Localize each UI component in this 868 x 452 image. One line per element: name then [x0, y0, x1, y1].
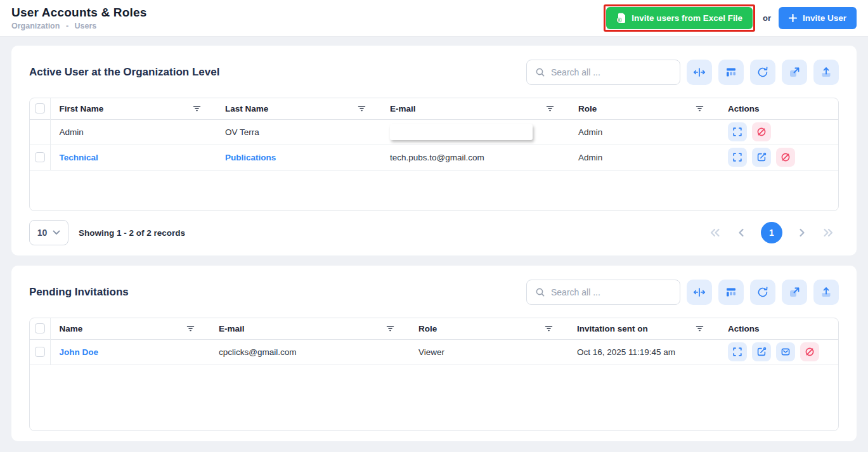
redacted-email [390, 124, 533, 140]
cell-email: tech.pubs.to@gmail.com [381, 145, 569, 170]
export-upload-button[interactable] [813, 60, 839, 85]
active-users-title: Active User at the Organization Level [29, 66, 219, 79]
pending-invitations-title: Pending Invitations [29, 286, 129, 299]
expand-icon [732, 347, 742, 357]
autofit-columns-button[interactable] [687, 60, 712, 85]
expand-row-button[interactable] [728, 148, 747, 167]
open-external-icon [788, 66, 801, 79]
invite-excel-label: Invite users from Excel File [632, 13, 742, 23]
breadcrumb: Organization - Users [11, 22, 147, 30]
filter-icon[interactable] [193, 105, 201, 112]
open-external-button[interactable] [782, 60, 807, 85]
col-actions: Actions [728, 324, 760, 333]
autofit-columns-button[interactable] [687, 280, 712, 305]
breadcrumb-organization[interactable]: Organization [11, 22, 60, 30]
expand-icon [732, 152, 742, 162]
column-chooser-icon [725, 286, 737, 299]
title-block: User Accounts & Roles Organization - Use… [11, 6, 147, 30]
invite-user-button[interactable]: Invite User [779, 7, 857, 29]
pagination-bar: 10 Showing 1 - 2 of 2 records 1 [29, 220, 839, 245]
breadcrumb-users[interactable]: Users [75, 22, 97, 30]
search-box[interactable] [526, 280, 680, 305]
expand-row-button[interactable] [728, 122, 747, 141]
active-users-controls [526, 60, 839, 85]
resend-invitation-button[interactable] [776, 342, 795, 361]
search-input[interactable] [551, 67, 671, 77]
filter-icon[interactable] [696, 105, 704, 112]
table-header-row: Name E-mail Role Invitation sent on Acti… [30, 318, 838, 339]
cell-role: Admin [569, 119, 719, 145]
refresh-button[interactable] [750, 60, 775, 85]
user-first-name-link[interactable]: Technical [60, 153, 98, 162]
table-row: Admin OV Terra Admin [30, 119, 838, 145]
col-first-name: First Name [60, 104, 104, 113]
expand-row-button[interactable] [728, 342, 747, 361]
edit-user-button[interactable] [752, 148, 771, 167]
table-row: Technical Publications tech.pubs.to@gmai… [30, 145, 838, 170]
header-actions: x Invite users from Excel File or Invite… [604, 4, 857, 32]
invite-user-label: Invite User [803, 13, 846, 23]
next-page-button[interactable] [798, 227, 806, 238]
red-highlight-annotation: x Invite users from Excel File [604, 4, 755, 32]
filter-icon[interactable] [186, 325, 195, 332]
page-title: User Accounts & Roles [11, 6, 147, 20]
col-role: Role [578, 104, 597, 113]
filter-icon[interactable] [696, 325, 704, 332]
chevron-right-icon [799, 228, 805, 237]
user-last-name-link[interactable]: Publications [225, 153, 276, 162]
page-size-select[interactable]: 10 [29, 220, 68, 245]
select-all-checkbox[interactable] [35, 103, 45, 113]
block-user-button[interactable] [776, 148, 795, 167]
double-chevron-right-icon [823, 228, 834, 237]
records-summary: Showing 1 - 2 of 2 records [79, 228, 185, 238]
or-label: or [763, 13, 771, 23]
table-header-row: First Name Last Name E-mail Role Actions [30, 98, 838, 119]
cell-invitation-sent-on: Oct 16, 2025 11:19:45 am [568, 339, 719, 365]
open-external-button[interactable] [782, 280, 807, 305]
column-chooser-button[interactable] [718, 280, 744, 305]
edit-invitation-button[interactable] [752, 342, 771, 361]
pending-invitations-controls [526, 280, 839, 305]
plus-icon [789, 14, 797, 22]
col-name: Name [60, 324, 83, 333]
filter-icon[interactable] [546, 105, 554, 112]
chevron-left-icon [738, 228, 744, 237]
export-upload-icon [820, 286, 832, 299]
export-upload-button[interactable] [813, 280, 839, 305]
select-all-checkbox[interactable] [35, 323, 45, 333]
invitee-name-link[interactable]: John Doe [60, 347, 99, 357]
refresh-icon [756, 286, 769, 299]
edit-icon [756, 347, 767, 357]
first-page-button[interactable] [708, 227, 722, 238]
search-box[interactable] [526, 60, 680, 85]
excel-file-icon: x [616, 13, 626, 23]
ban-icon [781, 152, 791, 162]
cell-last-name: OV Terra [216, 119, 381, 145]
refresh-button[interactable] [750, 280, 775, 305]
page-size-value: 10 [37, 228, 48, 238]
search-input[interactable] [551, 287, 671, 297]
page-number-button[interactable]: 1 [761, 222, 782, 243]
cell-first-name: Admin [50, 119, 216, 145]
active-users-card: Active User at the Organization Level [11, 46, 857, 255]
filter-icon[interactable] [386, 325, 394, 332]
prev-page-button[interactable] [737, 227, 746, 238]
cell-role: Viewer [410, 339, 568, 365]
block-user-button[interactable] [752, 122, 771, 141]
filter-icon[interactable] [358, 105, 366, 112]
row-checkbox[interactable] [35, 347, 45, 357]
ban-icon [805, 347, 815, 357]
row-checkbox[interactable] [35, 152, 45, 162]
export-upload-icon [820, 66, 832, 79]
top-header-bar: User Accounts & Roles Organization - Use… [0, 0, 868, 37]
pending-invitations-table: Name E-mail Role Invitation sent on Acti… [29, 318, 839, 431]
revoke-invitation-button[interactable] [800, 342, 819, 361]
column-chooser-button[interactable] [718, 60, 744, 85]
filter-icon[interactable] [545, 325, 553, 332]
invite-excel-button[interactable]: x Invite users from Excel File [606, 7, 753, 29]
col-invitation-sent-on: Invitation sent on [577, 324, 648, 333]
search-icon [535, 287, 545, 297]
column-chooser-icon [725, 66, 737, 79]
last-page-button[interactable] [822, 227, 835, 238]
chevron-down-icon [53, 230, 60, 235]
